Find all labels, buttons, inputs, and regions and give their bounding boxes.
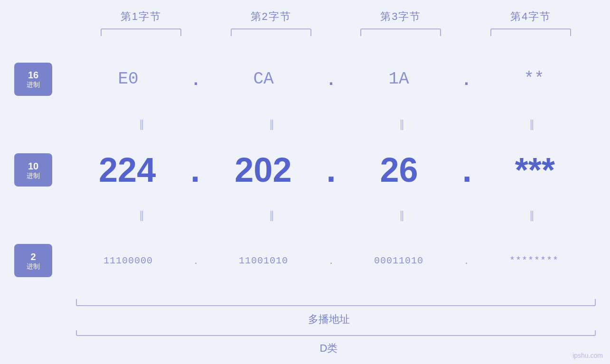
pipe-5: ‖ [139,209,142,222]
dot-large-2: . [324,153,338,187]
top-bracket-row [76,28,596,36]
bottom-bracket-row-2 [76,330,596,337]
hex-label: 16 进制 [14,63,52,96]
pipe-7: ‖ [399,209,403,222]
bottom-bracket-2 [76,330,596,336]
dec-val-3: 26 [380,153,418,187]
pipe-row-1: ‖ ‖ ‖ ‖ [76,117,596,131]
dec-label: 10 进制 [14,153,52,187]
bracket-3 [360,28,441,36]
pipe-1: ‖ [139,118,142,131]
pipe-6: ‖ [269,209,272,222]
dec-val-1: 224 [99,153,156,187]
dec-row: 10 进制 224 . 202 . 26 . *** [14,131,596,208]
col-header-1: 第1字节 [76,9,206,24]
bin-data: 11100000 . 11001010 . 00011010 . *******… [66,254,596,267]
pipe-3: ‖ [399,118,403,131]
dot-large-1: . [188,153,202,187]
hex-val-1: E0 [118,69,138,89]
column-headers: 第1字节 第2字节 第3字节 第4字节 [76,9,596,24]
hex-data: E0 . CA . 1A . ** [66,69,596,89]
bracket-1 [101,28,181,36]
hex-row: 16 进制 E0 . CA . 1A . ** [14,41,596,117]
dot-1: . [190,69,202,89]
watermark: ipshu.com [572,352,603,359]
pipe-2: ‖ [269,118,272,131]
pipe-row-2: ‖ ‖ ‖ ‖ [76,208,596,223]
hex-val-2: CA [253,69,273,89]
bin-label: 2 进制 [14,244,52,277]
bin-val-2: 11001010 [239,255,288,266]
pipe-4: ‖ [529,118,533,131]
col-header-3: 第3字节 [336,9,466,24]
bottom-bracket-row-1 [76,299,596,308]
bin-val-3: 00011010 [374,255,423,266]
hex-val-4: ** [524,69,544,89]
dot-2: . [325,69,337,89]
pipe-8: ‖ [529,209,533,222]
dec-data: 224 . 202 . 26 . *** [66,153,596,187]
dot-large-3: . [460,153,474,187]
bracket-2 [231,28,311,36]
dot-small-2: . [325,254,337,267]
footer-label-2: D类 [62,341,596,355]
bracket-4 [490,28,571,36]
col-header-4: 第4字节 [466,9,596,24]
dot-3: . [460,69,472,89]
col-header-2: 第2字节 [206,9,336,24]
bin-val-4: ******** [509,255,559,266]
dec-val-2: 202 [235,153,291,187]
dec-val-4: *** [515,153,555,187]
dot-small-1: . [190,254,202,267]
dot-small-3: . [460,254,472,267]
hex-val-3: 1A [388,69,409,89]
bin-row: 2 进制 11100000 . 11001010 . 00011010 . **… [14,223,596,299]
bin-val-1: 11100000 [103,255,153,266]
bottom-bracket-1 [76,299,596,306]
footer-label-1: 多播地址 [62,312,596,327]
